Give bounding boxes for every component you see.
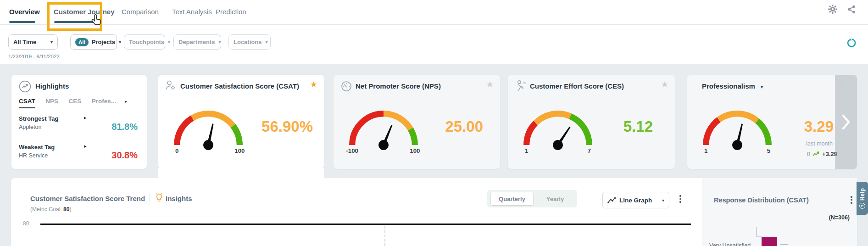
toggle-yearly[interactable]: Yearly [537,192,573,205]
tab-overview-underline [9,21,35,23]
professionalism-title-dropdown[interactable]: Professionalism ▾ [702,82,763,90]
svg-text:0: 0 [175,147,178,154]
chevron-right-icon [841,114,851,130]
chevron-right-icon: ▸ [84,115,87,121]
favorite-star-icon[interactable]: ★ [310,80,317,89]
professionalism-card[interactable]: Professionalism ▾ 1 5 3.29 last month 0 … [687,75,857,169]
weakest-tag-value: 30.8% [111,150,138,161]
filter-divider [65,36,65,48]
distribution-panel [702,178,857,246]
trend-menu-kebab-icon[interactable] [679,195,681,204]
interval-toggle: Quarterly Yearly [487,190,577,207]
weakest-tag-row[interactable]: Weakest Tag ▸ HR Service [19,143,55,159]
delta-row: 0 +3.29 [807,151,837,157]
tab-comparison[interactable]: Comparison [122,8,159,16]
projects-all-badge: All [75,38,89,46]
metric-goal-line [40,224,691,225]
time-range-dropdown[interactable]: All Time ▾ [8,34,58,50]
distribution-menu-kebab-icon[interactable] [851,196,852,205]
csat-card[interactable]: Customer Satisfaction Score (CSAT) ★ 0 1… [158,75,324,169]
ces-gauge: 1 7 [514,102,601,154]
csat-value: 56.90% [262,118,313,135]
highlights-tab-professionalism[interactable]: Profes... [92,98,116,105]
svg-text:1: 1 [704,147,708,154]
person-star-icon [165,80,177,93]
svg-text:-100: -100 [346,147,358,154]
touchpoints-label: Touchpoints [129,39,164,45]
locations-label: Locations [234,39,262,45]
ces-value: 5.12 [623,118,653,135]
favorite-star-icon[interactable]: ★ [837,80,844,89]
svg-text:7: 7 [588,147,591,154]
highlights-title: Highlights [35,82,69,90]
weakest-tag-label: Weakest Tag [19,144,55,151]
projects-dropdown[interactable]: All Projects ▾ [70,34,117,50]
chevron-down-icon: ▾ [115,39,121,45]
insights-button[interactable]: Insights [166,195,192,202]
favorite-star-icon[interactable]: ★ [486,80,494,89]
svg-text:5: 5 [767,147,771,154]
strongest-tag-value: 81.8% [111,122,138,132]
distribution-tick [780,244,788,245]
trend-up-icon [812,151,820,157]
lightbulb-icon [155,192,164,203]
help-label: Help [859,188,866,201]
trend-title: Customer Satisfaction Score Trend [30,195,145,202]
professionalism-value: 3.29 [804,118,834,135]
highlights-card: Highlights CSAT NPS CES Profes... ▾ Stro… [11,75,147,169]
gauge-icon [341,81,352,92]
hand-cursor-icon [90,14,102,28]
csat-title: Customer Satisfaction Score (CSAT) [180,82,299,90]
ces-card[interactable]: Customer Effort Score (CES) ★ 1 7 5.12 [508,75,675,169]
chart-dashed-divider [384,226,385,246]
metric-goal-text: (Metric Goal: 80) [30,206,71,212]
nps-card[interactable]: Net Promoter Score (NPS) ★ -100 100 25.0… [334,75,500,169]
tab-prediction[interactable]: Prediction [216,8,246,16]
chevron-right-icon: ▸ [84,143,87,149]
chevron-down-icon: ▾ [47,39,53,45]
svg-text:100: 100 [410,147,420,154]
projects-label: Projects [92,39,115,45]
strongest-tag-label: Strongest Tag [19,115,58,122]
share-icon[interactable] [847,5,856,14]
chart-type-label: Line Graph [619,197,652,204]
distribution-title: Response Distribution (CSAT) [714,196,809,204]
touchpoints-dropdown[interactable]: Touchpoints ▾ [124,34,165,50]
toggle-quarterly[interactable]: Quarterly [491,192,533,205]
y-axis-tick-80: 80 [23,220,29,227]
svg-text:1: 1 [525,147,529,154]
favorite-star-icon[interactable]: ★ [661,80,668,89]
csat-selected-connector [158,168,324,179]
trend-circle-icon [19,80,31,93]
departments-label: Departments [178,39,215,45]
chevron-down-icon: ▾ [658,198,664,203]
chart-type-dropdown[interactable]: Line Graph ▾ [602,192,669,208]
effort-icon [515,80,527,93]
last-month-label: last month [806,140,833,147]
distribution-category-label: Very Unsatisfied [709,242,751,246]
chevron-down-icon: ▾ [262,39,267,45]
strongest-tag-row[interactable]: Strongest Tag ▸ Appleton [19,114,58,130]
highlights-tab-ces[interactable]: CES [68,98,81,105]
refresh-icon[interactable] [846,38,857,48]
title-divider [150,194,150,202]
highlights-tabs: CSAT NPS CES Profes... ▾ [19,97,139,108]
previous-value: 0 [807,151,810,157]
highlights-tab-nps[interactable]: NPS [45,98,58,105]
gear-icon[interactable] [828,4,838,14]
weakest-tag-name: HR Service [19,152,55,159]
tab-text-analysis[interactable]: Text Analysis [172,8,212,16]
locations-dropdown[interactable]: Locations ▾ [228,34,271,50]
help-button[interactable]: ? Help [857,182,868,215]
line-chart-icon [607,197,616,204]
chevron-down-icon[interactable]: ▾ [121,99,127,104]
professionalism-gauge: 1 5 [694,102,781,154]
tab-overview[interactable]: Overview [9,8,40,16]
departments-dropdown[interactable]: Departments ▾ [173,34,221,50]
dashboard-page: Overview Customer Journey Comparison Tex… [0,0,868,246]
svg-text:100: 100 [234,147,245,154]
highlights-tab-csat[interactable]: CSAT [19,98,35,108]
chevron-down-icon: ▾ [215,39,221,45]
ces-title: Customer Effort Score (CES) [530,82,624,90]
nps-title: Net Promoter Score (NPS) [356,82,441,90]
